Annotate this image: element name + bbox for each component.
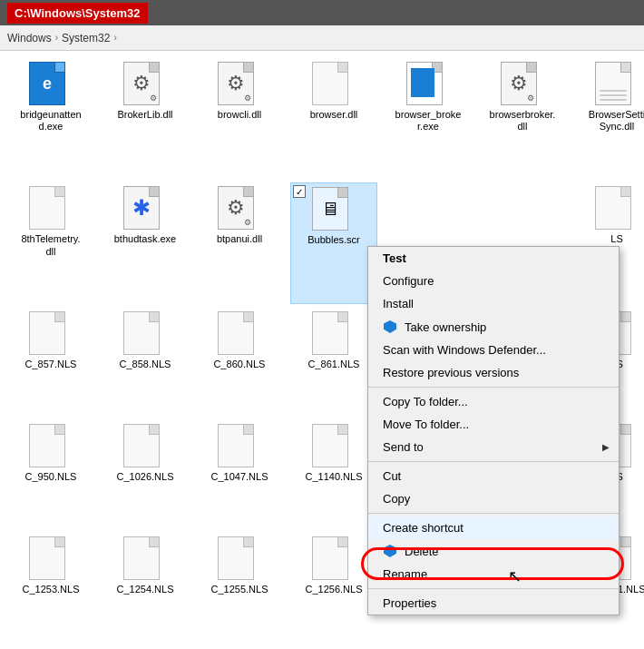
ctx-moveto[interactable]: Move To folder...: [368, 413, 619, 436]
file-label: LS: [610, 233, 622, 245]
file-item[interactable]: e bridgeunattend.exe: [7, 58, 94, 179]
file-label: browserbroker.dll: [490, 109, 556, 133]
ctx-install-label: Install: [383, 297, 414, 310]
doc-icon: [29, 186, 65, 230]
ctx-sep-4: [368, 588, 619, 589]
ctx-createshortcut[interactable]: Create shortcut: [368, 516, 619, 539]
checkbox: ✓: [293, 185, 306, 198]
file-icon-nls: [312, 536, 356, 580]
ctx-cut[interactable]: Cut: [368, 465, 619, 487]
ctx-createshortcut-label: Create shortcut: [383, 521, 463, 535]
ctx-sendto[interactable]: Send to ▶: [368, 436, 619, 458]
breadcrumb-sep-1: ›: [55, 33, 58, 43]
file-item[interactable]: C_1255.NLS: [196, 533, 283, 642]
ctx-rename[interactable]: Rename: [368, 563, 619, 585]
nls-icon: [312, 424, 348, 467]
ctx-install[interactable]: Install: [368, 292, 619, 315]
file-label: C_1047.NLS: [211, 471, 268, 483]
file-item[interactable]: browser.dll: [290, 58, 377, 179]
file-item[interactable]: C_857.NLS: [7, 308, 94, 417]
breadcrumb-windows[interactable]: Windows: [7, 32, 52, 44]
gear-glyph: ⚙: [132, 72, 151, 95]
file-icon-dll: ⚙ ⚙: [218, 62, 261, 105]
ctx-copyto[interactable]: Copy To folder...: [368, 390, 619, 413]
file-label: C_861.NLS: [308, 359, 360, 370]
file-item[interactable]: C_1026.NLS: [102, 420, 189, 529]
ctx-test-label: Test: [383, 251, 406, 265]
shield-icon: [383, 320, 397, 334]
file-label-bubbles: Bubbles.scr: [307, 234, 359, 246]
file-item[interactable]: 8thTelemetry.dll: [7, 182, 94, 303]
file-item[interactable]: ⚙ ⚙ browcli.dll: [196, 58, 283, 179]
nls-icon: [29, 536, 65, 580]
file-icon-exe: e: [29, 62, 73, 105]
file-item[interactable]: ✱ bthudtask.exe: [102, 182, 189, 303]
ctx-properties-label: Properties: [383, 596, 436, 610]
file-icon-dll: [29, 186, 73, 230]
ctx-ownership-label: Take ownership: [405, 320, 486, 334]
file-label: C_1026.NLS: [117, 471, 174, 483]
file-icon-dll: ⚙ ⚙: [123, 62, 167, 105]
file-item[interactable]: C_1140.NLS: [290, 420, 377, 529]
file-icon-nls: [123, 311, 167, 355]
file-icon-dll: ⚙ ⚙: [501, 62, 544, 105]
file-item[interactable]: C_1253.NLS: [7, 533, 94, 642]
ctx-copy-label: Copy: [383, 492, 410, 506]
nls-icon: [595, 186, 631, 230]
file-item[interactable]: BrowserSettiSync.dll: [573, 58, 644, 179]
ctx-ownership[interactable]: Take ownership: [368, 315, 619, 339]
file-item[interactable]: C_1256.NLS: [290, 533, 377, 642]
file-icon-nls: [218, 311, 261, 355]
blue-page-icon: [406, 62, 443, 105]
gear-icon: ⚙ ⚙: [218, 62, 254, 105]
file-item[interactable]: C_858.NLS: [102, 308, 189, 417]
file-icon-dll: [312, 62, 356, 105]
scr-icon: 🖥: [312, 187, 348, 231]
shield-shape: [384, 545, 396, 557]
file-icon-nls: [312, 424, 356, 467]
file-item[interactable]: ⚙ ⚙ browserbroker.dll: [479, 58, 566, 179]
file-item[interactable]: browser_broker.exe: [385, 58, 472, 179]
file-icon-nls: [123, 536, 167, 580]
ctx-sep-3: [368, 513, 619, 514]
file-item-bubbles[interactable]: ✓ 🖥 Bubbles.scr: [290, 182, 377, 303]
bt-symbol: ✱: [132, 195, 151, 221]
file-label: 8thTelemetry.dll: [21, 233, 80, 257]
file-item[interactable]: C_950.NLS: [7, 420, 94, 529]
nls-icon: [218, 311, 254, 355]
file-item[interactable]: C_1047.NLS: [196, 420, 283, 529]
file-item[interactable]: ⚙ ⚙ btpanui.dll: [196, 182, 283, 303]
file-icon-exe: [406, 62, 450, 105]
nls-icon: [123, 536, 160, 580]
ctx-restore[interactable]: Restore previous versions: [368, 361, 619, 384]
ctx-delete-label: Delete: [405, 545, 439, 558]
ctx-scan[interactable]: Scan with Windows Defender...: [368, 339, 619, 361]
doc-line: [600, 99, 627, 101]
ctx-delete[interactable]: Delete: [368, 539, 619, 563]
file-label: C_1256.NLS: [306, 584, 363, 595]
nls-icon: [218, 424, 254, 467]
ctx-test[interactable]: Test: [368, 247, 619, 270]
breadcrumb-system32[interactable]: System32: [62, 32, 110, 44]
nls-icon: [312, 311, 348, 355]
file-icon-nls: [29, 424, 73, 467]
ctx-configure[interactable]: Configure: [368, 270, 619, 292]
file-item[interactable]: C_1254.NLS: [102, 533, 189, 642]
ctx-configure-label: Configure: [383, 274, 434, 288]
nls-icon: [29, 424, 65, 467]
gear-glyph: ⚙: [227, 72, 245, 95]
doc-line: [600, 94, 627, 96]
file-label: bridgeunattend.exe: [20, 109, 81, 133]
ctx-properties[interactable]: Properties: [368, 592, 619, 615]
file-icon-dll: ⚙ ⚙: [218, 186, 261, 230]
file-item[interactable]: ⚙ ⚙ BrokerLib.dll: [102, 58, 189, 179]
ctx-sep-2: [368, 461, 619, 462]
ctx-moveto-label: Move To folder...: [383, 418, 469, 431]
file-label: browser_broker.exe: [395, 109, 462, 133]
file-label: C_1140.NLS: [306, 471, 363, 483]
ctx-copy[interactable]: Copy: [368, 487, 619, 510]
address-path[interactable]: C:\Windows\System32: [7, 3, 148, 24]
gear-glyph: ⚙: [227, 196, 245, 220]
file-item[interactable]: C_861.NLS: [290, 308, 377, 417]
file-item[interactable]: C_860.NLS: [196, 308, 283, 417]
